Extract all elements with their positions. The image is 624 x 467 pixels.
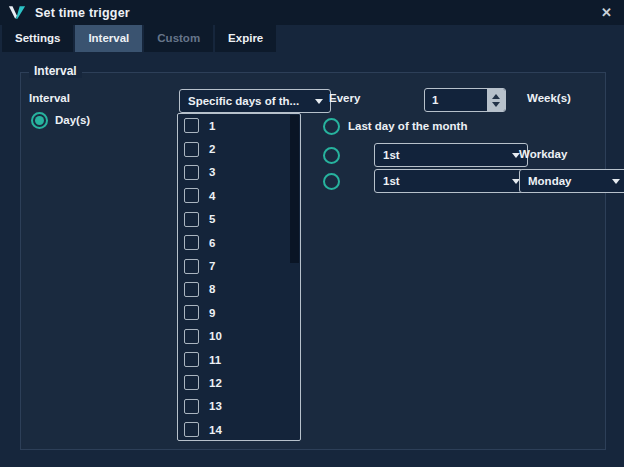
last-day-label: Last day of the month (348, 120, 467, 132)
day-list-item[interactable]: 4 (178, 184, 300, 207)
day-mode-select-value: Specific days of th... (188, 95, 299, 107)
day-label: 10 (209, 330, 222, 342)
weekday-select-value: Monday (528, 175, 571, 187)
titlebar: Set time trigger ✕ (0, 0, 624, 25)
spinner-buttons[interactable] (487, 89, 505, 111)
ordinal-select-1[interactable]: 1st (374, 143, 528, 167)
day-checkbox[interactable] (184, 282, 199, 297)
weekday-select[interactable]: Monday (519, 169, 624, 193)
day-label: 13 (209, 400, 222, 412)
set-time-trigger-dialog: Set time trigger ✕ Settings Interval Cus… (0, 0, 624, 467)
ordinal-weekday-radio[interactable] (323, 173, 340, 190)
day-list[interactable]: 1 2 3 4 5 (177, 113, 301, 441)
day-label: 1 (209, 120, 215, 132)
tab-settings[interactable]: Settings (2, 25, 73, 52)
workday-label: Workday (519, 148, 567, 160)
day-list-item[interactable]: 2 (178, 137, 300, 160)
weeks-label: Week(s) (527, 92, 571, 104)
day-list-item[interactable]: 3 (178, 161, 300, 184)
day-checkbox[interactable] (184, 142, 199, 157)
last-day-radio[interactable] (323, 118, 340, 135)
tab-custom[interactable]: Custom (144, 25, 213, 52)
day-checkbox[interactable] (184, 188, 199, 203)
day-list-item[interactable]: 13 (178, 395, 300, 418)
days-radio[interactable] (31, 112, 48, 129)
day-checkbox[interactable] (184, 375, 199, 390)
every-spinner[interactable]: 1 (424, 88, 506, 112)
interval-label: Interval (29, 92, 70, 104)
day-list-item[interactable]: 1 (178, 114, 300, 137)
day-label: 5 (209, 213, 215, 225)
interval-groupbox: Interval Interval Day(s) Specific days o… (20, 72, 606, 450)
day-label: 4 (209, 190, 215, 202)
day-checkbox[interactable] (184, 329, 199, 344)
tab-bar: Settings Interval Custom Expire (0, 25, 624, 52)
day-list-item[interactable]: 10 (178, 325, 300, 348)
day-list-item[interactable]: 14 (178, 418, 300, 441)
ordinal-workday-radio[interactable] (323, 147, 340, 164)
day-checkbox[interactable] (184, 399, 199, 414)
day-label: 9 (209, 307, 215, 319)
day-list-item[interactable]: 12 (178, 371, 300, 394)
day-checkbox[interactable] (184, 235, 199, 250)
day-checkbox[interactable] (184, 259, 199, 274)
spinner-up-icon[interactable] (492, 94, 500, 99)
day-list-item[interactable]: 11 (178, 348, 300, 371)
app-logo-icon (8, 5, 26, 20)
day-list-item[interactable]: 7 (178, 254, 300, 277)
day-label: 2 (209, 143, 215, 155)
groupbox-legend: Interval (29, 64, 82, 78)
day-checkbox[interactable] (184, 422, 199, 437)
day-checkbox[interactable] (184, 305, 199, 320)
tab-interval[interactable]: Interval (75, 25, 142, 52)
ordinal-select-2[interactable]: 1st (374, 169, 528, 193)
day-mode-select[interactable]: Specific days of th... (179, 89, 331, 113)
day-label: 3 (209, 166, 215, 178)
day-label: 6 (209, 237, 215, 249)
tab-expire[interactable]: Expire (215, 25, 276, 52)
ordinal-select-1-value: 1st (383, 149, 400, 161)
day-label: 14 (209, 424, 222, 436)
scrollbar-thumb[interactable] (290, 115, 299, 263)
day-list-item[interactable]: 8 (178, 278, 300, 301)
close-icon[interactable]: ✕ (601, 6, 612, 19)
chevron-down-icon (315, 99, 323, 104)
day-list-item[interactable]: 9 (178, 301, 300, 324)
day-label: 7 (209, 260, 215, 272)
dialog-title: Set time trigger (35, 6, 130, 20)
day-label: 12 (209, 377, 222, 389)
days-radio-label: Day(s) (55, 114, 90, 126)
day-list-item[interactable]: 5 (178, 208, 300, 231)
every-input[interactable]: 1 (425, 89, 487, 111)
day-list-item[interactable]: 6 (178, 231, 300, 254)
every-label: Every (329, 92, 360, 104)
spinner-down-icon[interactable] (492, 102, 500, 107)
day-checkbox[interactable] (184, 118, 199, 133)
day-checkbox[interactable] (184, 352, 199, 367)
day-label: 8 (209, 283, 215, 295)
ordinal-select-2-value: 1st (383, 175, 400, 187)
day-checkbox[interactable] (184, 212, 199, 227)
day-label: 11 (209, 354, 221, 366)
chevron-down-icon (612, 179, 620, 184)
day-checkbox[interactable] (184, 165, 199, 180)
